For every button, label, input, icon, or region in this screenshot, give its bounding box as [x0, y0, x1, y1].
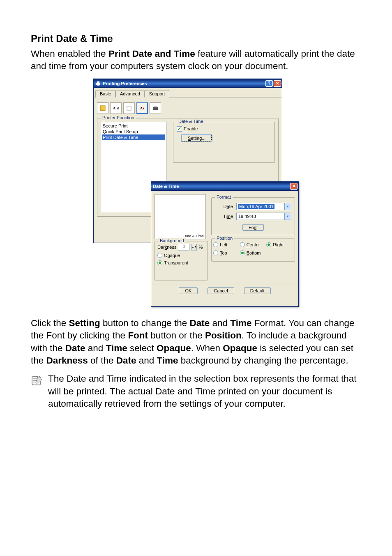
- tab-basic[interactable]: Basic: [95, 90, 115, 97]
- intro-run-1: Print Date and Time: [108, 49, 195, 59]
- note-icon: [31, 373, 44, 410]
- darkness-spinner[interactable]: ▲▼: [191, 244, 197, 250]
- pos-bottom-radio[interactable]: [240, 250, 245, 255]
- time-label: Time: [215, 214, 233, 219]
- section-heading: Print Date & Time: [31, 33, 361, 44]
- chevron-down-icon: ▾: [284, 203, 291, 210]
- sub-close-button[interactable]: ✕: [290, 183, 297, 190]
- help-button[interactable]: ?: [265, 80, 273, 87]
- note-text: The Date and Time indicated in the selec…: [48, 373, 361, 410]
- pos-bottom-label: Bottom: [247, 250, 261, 255]
- opaque-label: Opaque: [164, 253, 180, 258]
- toolbar-btn-1[interactable]: [97, 102, 108, 114]
- pos-right-radio[interactable]: [266, 242, 271, 247]
- pos-top-label: Top: [220, 250, 227, 255]
- note-row: The Date and Time indicated in the selec…: [31, 373, 361, 410]
- svg-rect-0: [96, 83, 100, 85]
- date-time-dialog: Date & Time ✕ Date & Time Background Dar…: [151, 181, 299, 307]
- toolbar-btn-4[interactable]: A▾: [136, 102, 148, 114]
- pos-center-radio[interactable]: [240, 242, 245, 247]
- window-title: Printing Preferences: [103, 81, 147, 86]
- date-value: Mon,16 Apr 2001: [238, 204, 274, 209]
- enable-label: Enable: [184, 126, 198, 131]
- date-label: Date: [215, 204, 233, 209]
- svg-rect-4: [127, 106, 131, 110]
- sub-titlebar: Date & Time ✕: [151, 182, 298, 191]
- opaque-radio[interactable]: [157, 253, 162, 258]
- func-item-2[interactable]: Print Date & Time: [102, 134, 165, 140]
- date-time-group-title: Date & Time: [177, 119, 205, 124]
- setting-button[interactable]: Setting...: [182, 135, 212, 141]
- printer-function-title: Printer Function: [101, 115, 136, 120]
- func-item-0[interactable]: Secure Print: [102, 123, 165, 129]
- default-button[interactable]: Default: [244, 287, 271, 294]
- transparent-label: Transparent: [164, 260, 188, 265]
- toolbar-btn-3[interactable]: [123, 102, 135, 114]
- time-value: 19:49:43: [238, 214, 256, 219]
- checkbox-icon: ✓: [177, 126, 182, 132]
- toolbar-btn-2[interactable]: A|B: [110, 102, 122, 114]
- time-combo[interactable]: 19:49:43 ▾: [236, 213, 291, 220]
- func-item-1[interactable]: Quick Print Setup: [102, 129, 165, 134]
- screenshot: Printing Preferences ? ✕ Basic Advanced …: [93, 79, 299, 309]
- chevron-down-icon-2: ▾: [284, 213, 291, 220]
- close-button[interactable]: ✕: [274, 80, 281, 87]
- svg-rect-6: [154, 106, 157, 107]
- titlebar: Printing Preferences ? ✕: [94, 79, 282, 88]
- sub-footer: OK Cancel Default: [151, 284, 298, 298]
- ok-button[interactable]: OK: [179, 287, 198, 294]
- tabstrip: Basic Advanced Support: [94, 88, 282, 97]
- svg-rect-5: [153, 107, 158, 110]
- enable-checkbox[interactable]: ✓ Enable: [177, 126, 198, 132]
- transparent-radio[interactable]: [157, 260, 162, 265]
- format-title: Format: [215, 195, 233, 199]
- background-group: Background Darkness 0 ▲▼ % Opaque: [154, 241, 208, 280]
- explanation-paragraph: Click the Setting button to change the D…: [31, 317, 361, 367]
- svg-rect-3: [100, 106, 105, 111]
- position-title: Position: [215, 236, 234, 241]
- date-combo[interactable]: Mon,16 Apr 2001 ▾: [236, 203, 291, 210]
- preview-label: Date & Time: [183, 234, 204, 238]
- darkness-input[interactable]: 0: [178, 244, 189, 250]
- pos-left-radio[interactable]: [213, 242, 218, 247]
- tab-support[interactable]: Support: [145, 90, 170, 97]
- pos-center-label: Center: [247, 242, 260, 247]
- date-time-group: Date & Time ✓ Enable Setting...: [173, 122, 275, 163]
- pos-right-label: Right: [273, 242, 284, 247]
- darkness-label: Darkness: [157, 245, 176, 250]
- svg-rect-2: [97, 85, 99, 86]
- position-group: Position Left Center Right Top Bottom: [211, 239, 295, 262]
- background-title: Background: [158, 238, 186, 243]
- intro-paragraph: When enabled the Print Date and Time fea…: [31, 48, 361, 73]
- toolbar: A|B A▾: [97, 102, 279, 114]
- pos-top-radio[interactable]: [213, 250, 218, 255]
- toolbar-btn-5[interactable]: [150, 102, 161, 114]
- darkness-unit: %: [198, 245, 203, 250]
- font-button[interactable]: Font: [242, 224, 264, 231]
- preview-box: Date & Time: [154, 194, 206, 239]
- intro-run-0: When enabled the: [31, 49, 108, 59]
- svg-rect-1: [97, 81, 99, 83]
- cancel-button[interactable]: Cancel: [208, 287, 234, 294]
- format-group: Format Date Mon,16 Apr 2001 ▾ Time: [211, 197, 295, 235]
- sub-title: Date & Time: [153, 184, 179, 189]
- pos-left-label: Left: [220, 242, 227, 247]
- printer-icon: [95, 81, 101, 86]
- tab-advanced[interactable]: Advanced: [115, 90, 145, 97]
